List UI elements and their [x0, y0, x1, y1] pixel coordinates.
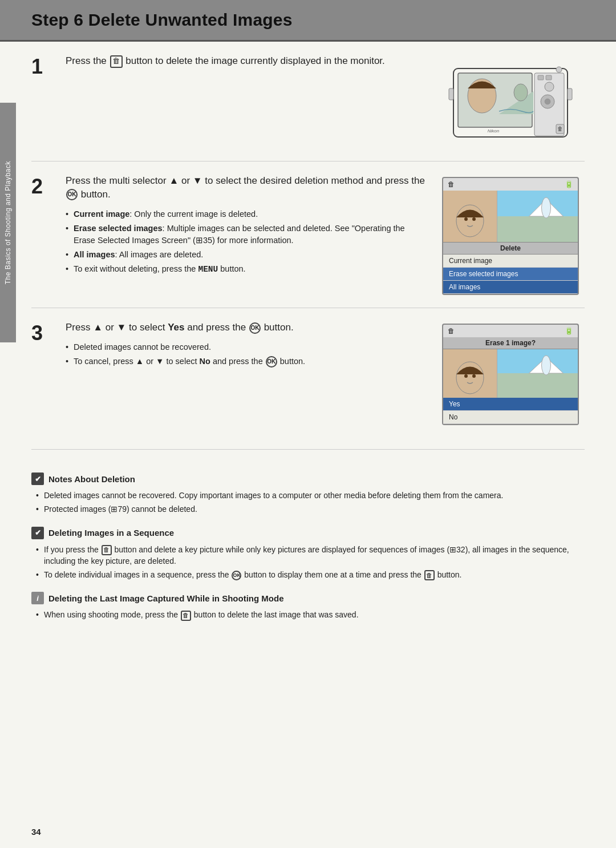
step-1-content: Press the 🗑 button to delete the image c…: [66, 54, 425, 74]
screen2-battery-icon: 🔋: [565, 180, 573, 188]
note-last-image-title: Deleting the Last Image Captured While i…: [48, 593, 284, 603]
notes-divider: [31, 449, 585, 450]
step-1-number: 1: [31, 54, 54, 77]
screen2-trash-icon: 🗑: [448, 180, 455, 188]
screen2-face-illustration: [447, 193, 493, 239]
step-2-text: Press the multi selector ▲ or ▼ to selec…: [66, 174, 425, 201]
note-sequence-title: Deleting Images in a Sequence: [48, 528, 174, 538]
note-deletion: ✔ Notes About Deletion Deleted images ca…: [31, 473, 585, 516]
note-sequence: ✔ Deleting Images in a Sequence If you p…: [31, 527, 585, 582]
step-3-bullets: Deleted images cannot be recovered. To c…: [66, 340, 425, 369]
checkmark-icon-1: ✔: [31, 473, 44, 485]
svg-rect-5: [538, 75, 544, 80]
note-last-image-header: i Deleting the Last Image Captured While…: [31, 592, 585, 604]
svg-point-24: [464, 374, 468, 378]
main-content: 1 Press the 🗑 button to delete the image…: [0, 42, 616, 658]
page-number: 34: [31, 827, 41, 837]
svg-text:Nikon: Nikon: [488, 128, 500, 134]
screen3-option-no: No: [443, 411, 578, 424]
screen3-scene-illustration: [497, 349, 578, 398]
screen3-battery-icon: 🔋: [565, 327, 573, 335]
svg-rect-27: [501, 373, 575, 398]
step-3-image: 🗑 🔋 Erase 1 image?: [436, 321, 585, 425]
screen3-trash-icon: 🗑: [448, 327, 455, 335]
note-sequence-header: ✔ Deleting Images in a Sequence: [31, 527, 585, 539]
trash-inline-icon-1: 🗑: [102, 545, 112, 555]
step-1-image: 🗑 Nikon: [436, 54, 585, 148]
step-2-section: 2 Press the multi selector ▲ or ▼ to sel…: [31, 161, 585, 308]
note-deletion-bullet-2: Protected images (⊞79) cannot be deleted…: [36, 502, 585, 516]
step-2-image: 🗑 🔋: [436, 174, 585, 295]
step-1-section: 1 Press the 🗑 button to delete the image…: [31, 42, 585, 161]
step-2-bullet-2: Erase selected images: Multiple images c…: [66, 221, 425, 248]
screen3-erase-title: Erase 1 image?: [443, 337, 578, 349]
note-last-image-bullet-1: When using shooting mode, press the 🗑 bu…: [36, 608, 585, 621]
step-3-content: Press ▲ or ▼ to select Yes and press the…: [66, 321, 425, 369]
svg-point-12: [556, 67, 562, 72]
svg-point-3: [514, 84, 528, 101]
svg-point-18: [472, 217, 476, 221]
svg-point-25: [472, 374, 476, 378]
trash-icon-step1: 🗑: [110, 55, 123, 68]
step-2-bullet-4: To exit without deleting, press the MENU…: [66, 262, 425, 277]
note-deletion-title: Notes About Deletion: [48, 474, 135, 484]
ok-circle-inline: OK: [232, 571, 241, 580]
svg-rect-13: [449, 88, 453, 100]
note-deletion-header: ✔ Notes About Deletion: [31, 473, 585, 485]
svg-point-23: [456, 362, 484, 394]
ok-button-cancel: OK: [266, 356, 277, 368]
screen2-option-current: Current image: [443, 255, 578, 268]
step-3-number: 3: [31, 321, 54, 344]
svg-point-17: [464, 217, 468, 221]
side-tab-label: The Basics of Shooting and Playback: [4, 161, 12, 284]
screen2-option-erase: Erase selected images: [443, 268, 578, 281]
step-2-bullet-1: Current image: Only the current image is…: [66, 207, 425, 221]
svg-point-7: [545, 82, 554, 91]
svg-rect-6: [546, 75, 552, 80]
step-2-number: 2: [31, 174, 54, 197]
screen2-option-all: All images: [443, 281, 578, 294]
svg-text:🗑: 🗑: [557, 126, 563, 132]
step-2-screen: 🗑 🔋: [442, 177, 579, 295]
step-3-bullet-1: Deleted images cannot be recovered.: [66, 340, 425, 354]
note-deletion-bullets: Deleted images cannot be recovered. Copy…: [31, 488, 585, 516]
note-sequence-bullet-2: To delete individual images in a sequenc…: [36, 568, 585, 582]
note-sequence-bullets: If you press the 🗑 button and delete a k…: [31, 543, 585, 582]
checkmark-icon-2: ✔: [31, 527, 44, 539]
svg-point-22: [542, 197, 551, 218]
camera-illustration: 🗑 Nikon: [436, 57, 585, 148]
note-sequence-bullet-1: If you press the 🗑 button and delete a k…: [36, 543, 585, 568]
screen3-face-illustration: [447, 352, 493, 396]
step-3-section: 3 Press ▲ or ▼ to select Yes and press t…: [31, 308, 585, 438]
step-2-bullets: Current image: Only the current image is…: [66, 207, 425, 277]
svg-point-16: [456, 205, 484, 237]
svg-rect-14: [568, 88, 572, 100]
trash-inline-icon-2: 🗑: [424, 570, 435, 580]
page-title: Step 6 Delete Unwanted Images: [31, 10, 582, 30]
svg-point-29: [542, 356, 551, 375]
screen3-option-yes: Yes: [443, 398, 578, 411]
step-3-screen-box: Erase 1 image?: [442, 337, 579, 425]
step-2-content: Press the multi selector ▲ or ▼ to selec…: [66, 174, 425, 277]
note-last-image: i Deleting the Last Image Captured While…: [31, 592, 585, 621]
side-tab: The Basics of Shooting and Playback: [0, 103, 16, 342]
ok-button-icon-step3: OK: [249, 322, 261, 334]
screen2-delete-title: Delete: [443, 242, 578, 255]
ok-button-icon: OK: [66, 189, 78, 200]
svg-point-9: [545, 99, 550, 104]
step-3-text: Press ▲ or ▼ to select Yes and press the…: [66, 321, 425, 334]
trash-inline-icon-3: 🗑: [181, 611, 191, 621]
step-2-screen-box: Delete Current image Erase selected imag…: [442, 191, 579, 295]
screen2-scene-illustration: [497, 191, 578, 242]
note-last-image-bullets: When using shooting mode, press the 🗑 bu…: [31, 608, 585, 621]
step-3-screen: 🗑 🔋 Erase 1 image?: [442, 324, 579, 425]
page-header: Step 6 Delete Unwanted Images: [0, 0, 616, 42]
svg-rect-20: [501, 216, 575, 242]
step-3-bullet-2: To cancel, press ▲ or ▼ to select No and…: [66, 354, 425, 369]
italic-icon: i: [31, 592, 44, 604]
step-2-bullet-3: All images: All images are deleted.: [66, 248, 425, 262]
note-deletion-bullet-1: Deleted images cannot be recovered. Copy…: [36, 488, 585, 502]
notes-section: ✔ Notes About Deletion Deleted images ca…: [31, 458, 585, 641]
step-1-text: Press the 🗑 button to delete the image c…: [66, 54, 425, 68]
